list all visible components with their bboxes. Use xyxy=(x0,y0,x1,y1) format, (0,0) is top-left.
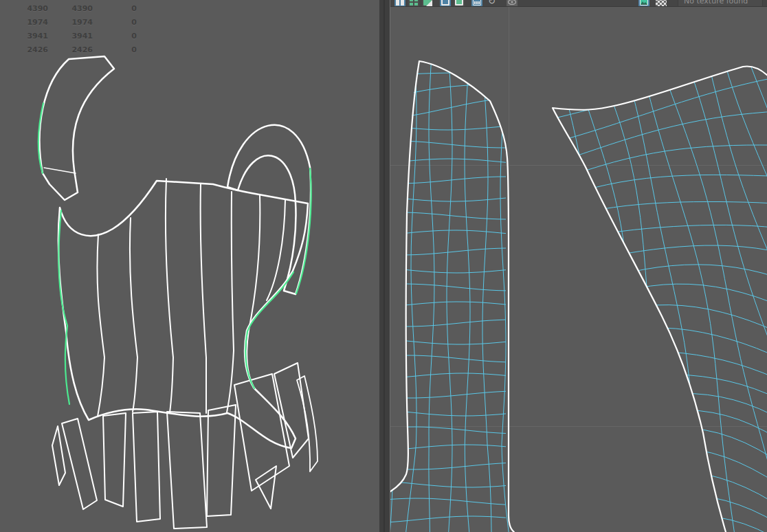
uv-wire xyxy=(634,35,738,532)
grid-layout-icon[interactable] xyxy=(408,0,419,7)
uv-wire xyxy=(479,7,767,94)
hud-row: 242624260 xyxy=(0,43,137,57)
hud-value: 0 xyxy=(93,30,137,43)
uv-wire xyxy=(485,7,767,112)
application-window: 439043900197419740394139410242624260 xyxy=(0,0,767,532)
uv-wire xyxy=(588,428,767,532)
uv-wire xyxy=(712,11,767,532)
hud-value: 0 xyxy=(93,43,137,57)
uv-wire xyxy=(591,47,657,532)
uv-wire xyxy=(390,391,506,398)
uv-wire xyxy=(390,212,506,219)
uv-wire xyxy=(583,410,767,532)
hud-value: 4390 xyxy=(0,2,48,16)
uv-shell-left-border[interactable] xyxy=(419,61,514,532)
uv-wire xyxy=(390,302,506,307)
uv-wire xyxy=(570,54,627,532)
texture-status-label: No texture found xyxy=(684,0,748,5)
uv-wire xyxy=(505,104,767,180)
uv-wire xyxy=(500,48,509,532)
isolate-select-eye-icon[interactable] xyxy=(507,0,518,7)
uv-wire xyxy=(390,373,506,379)
uv-wire xyxy=(390,230,506,234)
uv-wire xyxy=(447,48,452,532)
uv-wire xyxy=(390,98,506,119)
hud-row: 439043900 xyxy=(0,2,137,16)
hud-value: 1974 xyxy=(0,16,48,30)
checker-map-icon[interactable] xyxy=(656,0,667,7)
split-view-icon[interactable] xyxy=(394,0,405,7)
uv-wire xyxy=(755,7,767,526)
uv-toolbar: ↻ No texture found xyxy=(390,0,767,7)
uv-wire xyxy=(570,375,767,532)
hud-value: 0 xyxy=(93,2,137,16)
uv-wire xyxy=(557,328,767,532)
hud-row: 197419740 xyxy=(0,16,137,30)
uv-wire xyxy=(390,355,506,362)
uv-wire xyxy=(390,84,506,97)
image-display-icon[interactable] xyxy=(638,0,649,7)
hud-value: 0 xyxy=(93,16,137,30)
uv-wire xyxy=(390,482,506,487)
uv-wire xyxy=(534,245,767,374)
hud-value: 2426 xyxy=(48,43,93,57)
uv-shell-right-border[interactable] xyxy=(553,67,767,532)
texture-selector[interactable]: No texture found xyxy=(678,0,763,7)
uv-snapshot-icon[interactable] xyxy=(422,0,433,7)
uv-wire xyxy=(605,495,767,532)
splitter-groove xyxy=(384,0,385,532)
uv-wire xyxy=(390,268,506,273)
hud-value: 4390 xyxy=(48,2,93,16)
panel-seams xyxy=(97,179,285,417)
uv-wire xyxy=(511,145,767,199)
panel-splitter[interactable] xyxy=(379,0,390,532)
uv-wire xyxy=(563,352,767,532)
uv-wire xyxy=(613,516,767,532)
refresh-icon[interactable]: ↻ xyxy=(487,0,498,7)
hud-value: 3941 xyxy=(48,30,93,43)
uv-wire xyxy=(552,305,767,527)
hud-value: 2426 xyxy=(0,43,48,57)
mesh-bottom-tabs[interactable] xyxy=(52,363,318,529)
silhouette-highlights xyxy=(38,103,311,404)
uv-wire xyxy=(390,69,506,76)
uv-wire xyxy=(390,141,506,148)
hud-row: 394139410 xyxy=(0,30,137,43)
uv-wire xyxy=(547,284,767,475)
uv-wire xyxy=(465,48,470,532)
mesh-body[interactable] xyxy=(58,179,308,448)
uv-wire xyxy=(390,320,506,326)
uv-wire xyxy=(390,498,506,505)
uv-canvas[interactable] xyxy=(390,7,767,532)
hud-value: 1974 xyxy=(48,16,93,30)
mesh-straps[interactable] xyxy=(40,56,311,294)
uv-wire xyxy=(390,284,506,291)
hud-value: 3941 xyxy=(0,30,48,43)
uv-wire xyxy=(577,393,767,532)
uv-wire xyxy=(390,126,506,130)
viewport-3d[interactable]: 439043900197419740394139410242624260 xyxy=(0,0,379,532)
uv-wire xyxy=(594,448,767,532)
uv-wire xyxy=(649,30,767,532)
view-frame-icon[interactable] xyxy=(440,0,451,7)
uv-editor-panel[interactable]: ↻ No texture found xyxy=(390,0,767,532)
uv-wire xyxy=(527,225,767,318)
uv-wire xyxy=(390,159,506,163)
display-frame-icon[interactable] xyxy=(454,0,465,7)
corset-mesh-canvas[interactable] xyxy=(0,0,379,532)
uv-wire xyxy=(491,7,767,133)
poly-count-hud: 439043900197419740394139410242624260 xyxy=(0,2,137,57)
uv-wire xyxy=(515,175,767,215)
uv-wire xyxy=(541,265,767,425)
uv-wire xyxy=(402,78,535,532)
uv-wire xyxy=(390,48,399,532)
uv-wire xyxy=(429,48,434,532)
panel-edge-highlight xyxy=(390,0,390,532)
tile-view-icon[interactable] xyxy=(471,0,482,7)
uv-wire xyxy=(498,53,767,157)
